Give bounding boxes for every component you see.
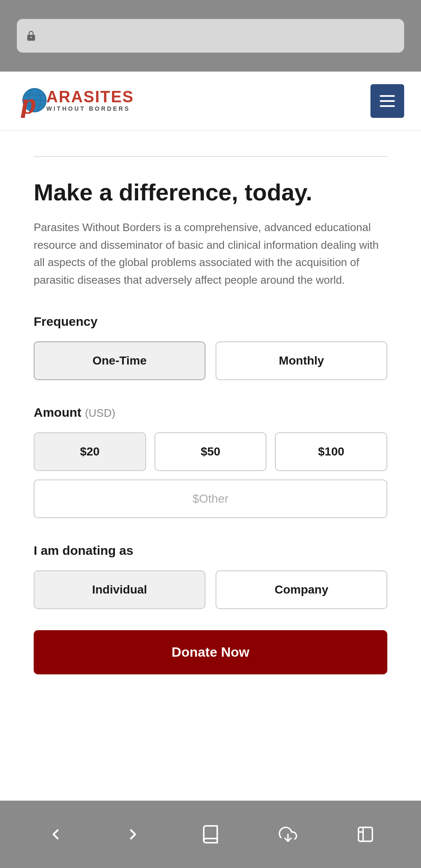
amount-buttons: $20 $50 $100 — [34, 432, 387, 471]
lock-icon — [25, 29, 37, 43]
back-button[interactable] — [39, 817, 72, 851]
tabs-button[interactable] — [349, 817, 382, 851]
logo-parasites-text: ARASITES — [46, 89, 134, 105]
frequency-label: Frequency — [34, 314, 387, 329]
forward-arrow-icon — [125, 826, 141, 843]
book-icon — [200, 824, 221, 844]
bottom-bar — [0, 801, 421, 868]
divider-top — [34, 156, 387, 157]
back-arrow-icon — [47, 826, 64, 843]
logo-globe-icon: p — [17, 84, 51, 118]
amount-usd-text: (USD) — [85, 407, 115, 419]
share-icon — [279, 825, 297, 844]
nav-header: p ARASITES WITHOUT BORDERS — [0, 72, 421, 131]
page-title: Make a difference, today. — [34, 178, 387, 206]
donate-now-button[interactable]: Donate Now — [34, 630, 387, 674]
amount-100-button[interactable]: $100 — [275, 432, 387, 471]
hamburger-line-3 — [380, 105, 395, 107]
logo-name: ARASITES — [46, 88, 134, 106]
hamburger-line-1 — [380, 95, 395, 97]
amount-label: Amount (USD) — [34, 405, 387, 420]
page-description: Parasites Without Borders is a comprehen… — [34, 219, 387, 289]
donating-individual-button[interactable]: Individual — [34, 570, 205, 609]
frequency-monthly-button[interactable]: Monthly — [216, 341, 387, 380]
amount-20-button[interactable]: $20 — [34, 432, 146, 471]
main-content: p ARASITES WITHOUT BORDERS Make a differ… — [0, 72, 421, 868]
content-section: Make a difference, today. Parasites With… — [0, 131, 421, 712]
tabs-icon — [356, 825, 375, 844]
status-bar — [0, 0, 421, 72]
amount-label-text: Amount — [34, 405, 81, 419]
donating-as-buttons: Individual Company — [34, 570, 387, 609]
logo-subtitle: WITHOUT BORDERS — [46, 105, 134, 113]
donating-company-button[interactable]: Company — [216, 570, 387, 609]
logo-text: ARASITES WITHOUT BORDERS — [46, 89, 134, 113]
frequency-buttons: One-Time Monthly — [34, 341, 387, 380]
address-bar[interactable] — [17, 19, 404, 53]
menu-button[interactable] — [370, 84, 404, 118]
reader-button[interactable] — [194, 817, 227, 851]
hamburger-line-2 — [380, 100, 395, 102]
frequency-one-time-button[interactable]: One-Time — [34, 341, 205, 380]
logo-container: p ARASITES WITHOUT BORDERS — [17, 84, 134, 118]
svg-text:p: p — [19, 87, 36, 118]
svg-rect-7 — [359, 828, 373, 841]
amount-50-button[interactable]: $50 — [155, 432, 267, 471]
donating-as-label: I am donating as — [34, 543, 387, 558]
other-amount-button[interactable]: $Other — [34, 479, 387, 518]
share-button[interactable] — [271, 817, 305, 851]
forward-button[interactable] — [116, 817, 150, 851]
